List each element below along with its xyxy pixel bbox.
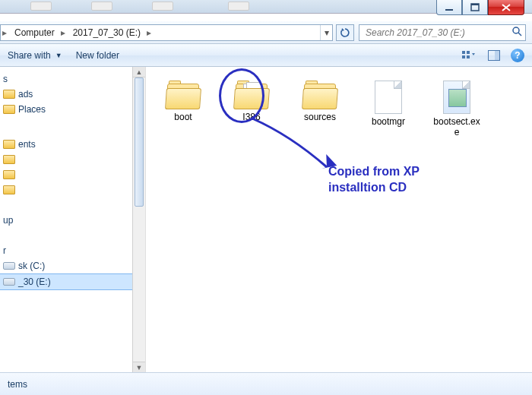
search-input[interactable] <box>363 27 511 38</box>
chevron-right-icon[interactable]: ▸ <box>1 25 8 40</box>
nav-item[interactable]: up <box>0 213 145 228</box>
new-folder-button[interactable]: New folder <box>76 50 119 61</box>
chevron-down-icon[interactable]: ▼ <box>55 52 62 59</box>
refresh-button[interactable] <box>336 24 354 41</box>
folder-icon <box>302 81 337 109</box>
svg-rect-10 <box>495 51 499 60</box>
svg-rect-8 <box>467 55 470 58</box>
item-label: I386 <box>228 112 275 123</box>
navigation-pane[interactable]: s ads Places ents up r sk (C:) _30 (E:) … <box>0 67 146 372</box>
status-text: tems <box>8 379 27 390</box>
svg-rect-2 <box>471 4 479 5</box>
address-bar: ▸ Computer ▸ 2017_07_30 (E:) ▸ ▾ <box>0 21 532 44</box>
help-icon: ? <box>515 50 520 61</box>
chevron-right-icon[interactable]: ▸ <box>145 25 153 40</box>
folder-icon <box>166 81 201 109</box>
folder-icon <box>3 185 15 194</box>
svg-rect-6 <box>467 51 470 54</box>
file-item-bootmgr[interactable]: bootmgr <box>365 81 412 138</box>
maximize-button[interactable] <box>462 0 488 15</box>
breadcrumb-segment-drive[interactable]: 2017_07_30 (E:) <box>67 25 145 40</box>
folder-icon <box>3 90 15 99</box>
scroll-thumb[interactable] <box>135 77 144 207</box>
annotation-text: Copied from XP installtion CD <box>328 164 420 196</box>
status-bar: tems <box>0 372 532 395</box>
nav-item-drive-c[interactable]: sk (C:) <box>0 258 145 273</box>
svg-line-4 <box>518 33 521 36</box>
folder-icon <box>3 155 15 164</box>
svg-rect-7 <box>462 55 465 58</box>
window-caption-buttons <box>436 0 524 15</box>
item-label: bootsect.exe <box>433 117 480 138</box>
scroll-up-button[interactable]: ▲ <box>133 67 145 77</box>
nav-item[interactable] <box>0 167 145 182</box>
nav-item[interactable]: ents <box>0 137 145 152</box>
share-with-button[interactable]: Share with <box>8 50 51 61</box>
folder-open-icon <box>234 81 269 109</box>
file-item-bootsect[interactable]: bootsect.exe <box>433 81 480 138</box>
nav-item[interactable] <box>0 182 145 198</box>
nav-item-drive-e[interactable]: _30 (E:) <box>0 273 145 290</box>
item-label: boot <box>160 112 207 123</box>
scroll-down-button[interactable]: ▼ <box>133 362 145 372</box>
svg-rect-5 <box>462 51 465 54</box>
chevron-right-icon[interactable]: ▸ <box>59 25 67 40</box>
help-button[interactable]: ? <box>511 49 524 62</box>
view-options-button[interactable] <box>459 47 477 64</box>
folder-icon <box>3 105 15 114</box>
nav-item[interactable]: ads <box>0 87 145 102</box>
exe-icon <box>443 81 470 114</box>
nav-item[interactable]: s <box>0 71 145 87</box>
nav-scrollbar[interactable]: ▲ ▼ <box>132 67 145 372</box>
explorer-body: s ads Places ents up r sk (C:) _30 (E:) … <box>0 67 532 372</box>
file-icon <box>375 81 402 114</box>
search-box[interactable] <box>359 24 526 41</box>
close-button[interactable] <box>488 0 524 15</box>
folder-item-boot[interactable]: boot <box>160 81 207 138</box>
svg-point-3 <box>513 27 519 33</box>
breadcrumb-segment-computer[interactable]: Computer <box>8 25 59 40</box>
drive-icon <box>3 278 15 286</box>
item-label: sources <box>296 112 344 123</box>
folder-item-sources[interactable]: sources <box>296 81 344 138</box>
drive-icon <box>3 262 15 270</box>
folder-item-i386[interactable]: I386 <box>228 81 275 138</box>
nav-item[interactable]: Places <box>0 102 145 117</box>
svg-rect-0 <box>445 9 453 11</box>
item-label: bootmgr <box>365 117 412 128</box>
breadcrumb-history-dropdown[interactable]: ▾ <box>320 25 332 40</box>
nav-item[interactable] <box>0 152 145 167</box>
command-bar: Share with ▼ New folder ? <box>0 44 532 67</box>
folder-icon <box>3 140 15 149</box>
preview-pane-button[interactable] <box>485 47 503 64</box>
file-list-pane[interactable]: boot I386 sources bootmgr bootsect.exe <box>146 67 532 372</box>
search-icon[interactable] <box>511 26 522 39</box>
nav-item[interactable]: r <box>0 243 145 258</box>
minimize-button[interactable] <box>436 0 462 15</box>
breadcrumb[interactable]: ▸ Computer ▸ 2017_07_30 (E:) ▸ ▾ <box>0 24 333 41</box>
folder-icon <box>3 170 15 179</box>
